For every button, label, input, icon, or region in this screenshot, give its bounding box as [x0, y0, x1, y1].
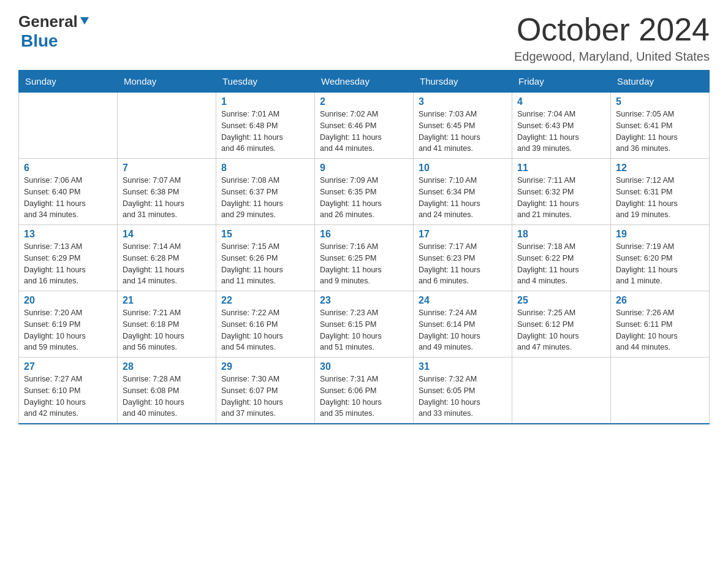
calendar-cell: 24Sunrise: 7:24 AM Sunset: 6:14 PM Dayli…	[414, 291, 512, 358]
day-info: Sunrise: 7:04 AM Sunset: 6:43 PM Dayligh…	[517, 109, 605, 155]
day-info: Sunrise: 7:12 AM Sunset: 6:31 PM Dayligh…	[616, 175, 704, 221]
day-info: Sunrise: 7:22 AM Sunset: 6:16 PM Dayligh…	[221, 307, 309, 353]
logo-arrow-icon	[79, 15, 90, 29]
calendar-cell: 9Sunrise: 7:09 AM Sunset: 6:35 PM Daylig…	[315, 159, 414, 225]
day-info: Sunrise: 7:31 AM Sunset: 6:06 PM Dayligh…	[320, 373, 408, 419]
calendar-header-tuesday: Tuesday	[216, 71, 315, 92]
calendar-cell: 25Sunrise: 7:25 AM Sunset: 6:12 PM Dayli…	[512, 291, 611, 358]
day-info: Sunrise: 7:11 AM Sunset: 6:32 PM Dayligh…	[517, 175, 605, 221]
day-number: 28	[123, 361, 211, 372]
calendar-table: SundayMondayTuesdayWednesdayThursdayFrid…	[18, 70, 710, 424]
calendar-cell: 30Sunrise: 7:31 AM Sunset: 6:06 PM Dayli…	[315, 358, 414, 424]
calendar-cell: 19Sunrise: 7:19 AM Sunset: 6:20 PM Dayli…	[611, 225, 710, 291]
day-info: Sunrise: 7:23 AM Sunset: 6:15 PM Dayligh…	[320, 307, 408, 353]
calendar-body: 1Sunrise: 7:01 AM Sunset: 6:48 PM Daylig…	[19, 92, 710, 424]
calendar-cell: 2Sunrise: 7:02 AM Sunset: 6:46 PM Daylig…	[315, 92, 414, 159]
day-number: 3	[419, 96, 507, 107]
day-number: 13	[24, 229, 112, 240]
day-info: Sunrise: 7:10 AM Sunset: 6:34 PM Dayligh…	[419, 175, 507, 221]
day-number: 19	[616, 229, 704, 240]
day-number: 22	[221, 295, 309, 306]
day-info: Sunrise: 7:20 AM Sunset: 6:19 PM Dayligh…	[24, 307, 112, 353]
day-number: 11	[517, 163, 605, 174]
day-number: 6	[24, 163, 112, 174]
page-subtitle: Edgewood, Maryland, United States	[514, 50, 710, 64]
day-number: 25	[517, 295, 605, 306]
day-info: Sunrise: 7:28 AM Sunset: 6:08 PM Dayligh…	[123, 373, 211, 419]
calendar-cell: 1Sunrise: 7:01 AM Sunset: 6:48 PM Daylig…	[216, 92, 315, 159]
header-row: SundayMondayTuesdayWednesdayThursdayFrid…	[19, 71, 710, 92]
day-number: 15	[221, 229, 309, 240]
day-number: 8	[221, 163, 309, 174]
day-info: Sunrise: 7:09 AM Sunset: 6:35 PM Dayligh…	[320, 175, 408, 221]
day-info: Sunrise: 7:15 AM Sunset: 6:26 PM Dayligh…	[221, 241, 309, 287]
day-info: Sunrise: 7:25 AM Sunset: 6:12 PM Dayligh…	[517, 307, 605, 353]
day-number: 10	[419, 163, 507, 174]
day-number: 23	[320, 295, 408, 306]
calendar-cell: 5Sunrise: 7:05 AM Sunset: 6:41 PM Daylig…	[611, 92, 710, 159]
day-info: Sunrise: 7:07 AM Sunset: 6:38 PM Dayligh…	[123, 175, 211, 221]
calendar-cell: 17Sunrise: 7:17 AM Sunset: 6:23 PM Dayli…	[414, 225, 512, 291]
day-info: Sunrise: 7:17 AM Sunset: 6:23 PM Dayligh…	[419, 241, 507, 287]
day-info: Sunrise: 7:24 AM Sunset: 6:14 PM Dayligh…	[419, 307, 507, 353]
day-number: 14	[123, 229, 211, 240]
calendar-cell: 26Sunrise: 7:26 AM Sunset: 6:11 PM Dayli…	[611, 291, 710, 358]
calendar-cell: 13Sunrise: 7:13 AM Sunset: 6:29 PM Dayli…	[19, 225, 118, 291]
calendar-cell: 7Sunrise: 7:07 AM Sunset: 6:38 PM Daylig…	[118, 159, 216, 225]
calendar-cell	[19, 92, 118, 159]
calendar-cell: 10Sunrise: 7:10 AM Sunset: 6:34 PM Dayli…	[414, 159, 512, 225]
day-number: 16	[320, 229, 408, 240]
day-info: Sunrise: 7:16 AM Sunset: 6:25 PM Dayligh…	[320, 241, 408, 287]
day-number: 26	[616, 295, 704, 306]
day-number: 18	[517, 229, 605, 240]
day-number: 1	[221, 96, 309, 107]
day-number: 5	[616, 96, 704, 107]
calendar-cell: 21Sunrise: 7:21 AM Sunset: 6:18 PM Dayli…	[118, 291, 216, 358]
day-info: Sunrise: 7:03 AM Sunset: 6:45 PM Dayligh…	[419, 109, 507, 155]
calendar-cell: 4Sunrise: 7:04 AM Sunset: 6:43 PM Daylig…	[512, 92, 611, 159]
calendar-week-5: 27Sunrise: 7:27 AM Sunset: 6:10 PM Dayli…	[19, 358, 710, 424]
day-number: 31	[419, 361, 507, 372]
calendar-header-sunday: Sunday	[19, 71, 118, 92]
day-number: 29	[221, 361, 309, 372]
calendar-cell: 28Sunrise: 7:28 AM Sunset: 6:08 PM Dayli…	[118, 358, 216, 424]
calendar-cell: 12Sunrise: 7:12 AM Sunset: 6:31 PM Dayli…	[611, 159, 710, 225]
day-info: Sunrise: 7:13 AM Sunset: 6:29 PM Dayligh…	[24, 241, 112, 287]
day-number: 30	[320, 361, 408, 372]
calendar-cell: 16Sunrise: 7:16 AM Sunset: 6:25 PM Dayli…	[315, 225, 414, 291]
calendar-header-wednesday: Wednesday	[315, 71, 414, 92]
calendar-cell: 22Sunrise: 7:22 AM Sunset: 6:16 PM Dayli…	[216, 291, 315, 358]
day-number: 2	[320, 96, 408, 107]
calendar-week-3: 13Sunrise: 7:13 AM Sunset: 6:29 PM Dayli…	[19, 225, 710, 291]
day-info: Sunrise: 7:06 AM Sunset: 6:40 PM Dayligh…	[24, 175, 112, 221]
page-header: General Blue October 2024 Edgewood, Mary…	[18, 12, 710, 64]
calendar-cell	[611, 358, 710, 424]
calendar-cell: 8Sunrise: 7:08 AM Sunset: 6:37 PM Daylig…	[216, 159, 315, 225]
calendar-cell: 3Sunrise: 7:03 AM Sunset: 6:45 PM Daylig…	[414, 92, 512, 159]
day-info: Sunrise: 7:32 AM Sunset: 6:05 PM Dayligh…	[419, 373, 507, 419]
day-info: Sunrise: 7:30 AM Sunset: 6:07 PM Dayligh…	[221, 373, 309, 419]
logo-general-text: General	[18, 12, 78, 31]
logo-blue-text: Blue	[21, 31, 58, 51]
svg-marker-0	[80, 17, 89, 25]
calendar-header-friday: Friday	[512, 71, 611, 92]
calendar-week-4: 20Sunrise: 7:20 AM Sunset: 6:19 PM Dayli…	[19, 291, 710, 358]
day-number: 9	[320, 163, 408, 174]
day-number: 27	[24, 361, 112, 372]
calendar-cell: 11Sunrise: 7:11 AM Sunset: 6:32 PM Dayli…	[512, 159, 611, 225]
day-info: Sunrise: 7:18 AM Sunset: 6:22 PM Dayligh…	[517, 241, 605, 287]
calendar-cell	[118, 92, 216, 159]
day-info: Sunrise: 7:02 AM Sunset: 6:46 PM Dayligh…	[320, 109, 408, 155]
calendar-cell: 20Sunrise: 7:20 AM Sunset: 6:19 PM Dayli…	[19, 291, 118, 358]
day-info: Sunrise: 7:08 AM Sunset: 6:37 PM Dayligh…	[221, 175, 309, 221]
calendar-cell	[512, 358, 611, 424]
title-block: October 2024 Edgewood, Maryland, United …	[514, 12, 710, 64]
calendar-cell: 18Sunrise: 7:18 AM Sunset: 6:22 PM Dayli…	[512, 225, 611, 291]
calendar-header-saturday: Saturday	[611, 71, 710, 92]
day-info: Sunrise: 7:05 AM Sunset: 6:41 PM Dayligh…	[616, 109, 704, 155]
day-number: 24	[419, 295, 507, 306]
logo: General Blue	[18, 12, 90, 51]
calendar-cell: 23Sunrise: 7:23 AM Sunset: 6:15 PM Dayli…	[315, 291, 414, 358]
day-number: 4	[517, 96, 605, 107]
day-number: 21	[123, 295, 211, 306]
